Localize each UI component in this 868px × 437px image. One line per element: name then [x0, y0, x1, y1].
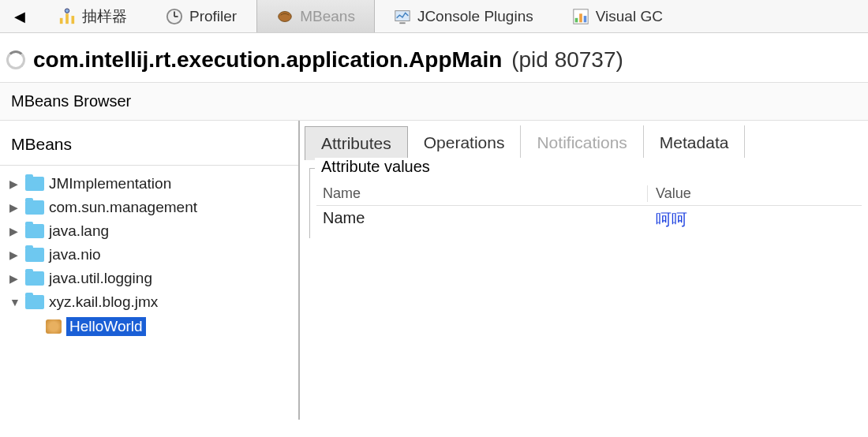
mbeans-tree: ▶ JMImplementation ▶ com.sun.management …	[0, 166, 298, 345]
svg-point-3	[65, 8, 69, 12]
tree-node-java-nio[interactable]: ▶ java.nio	[3, 243, 295, 267]
svg-rect-0	[60, 17, 63, 23]
tab-notifications[interactable]: Notifications	[521, 125, 643, 159]
folder-icon	[25, 271, 44, 286]
folder-icon	[25, 224, 44, 238]
tab-visual-gc[interactable]: Visual GC	[553, 0, 683, 32]
svg-point-7	[279, 11, 292, 21]
app-title: com.intellij.rt.execution.application.Ap…	[33, 47, 502, 72]
tree-label: java.lang	[49, 222, 109, 240]
folder-icon	[25, 295, 44, 309]
attributes-table-header: Name Value	[316, 182, 862, 206]
tree-label: JMImplementation	[49, 175, 171, 192]
back-button[interactable]: ◀	[0, 2, 39, 32]
tab-label: Profiler	[189, 8, 237, 25]
tree-node-java-util-logging[interactable]: ▶ java.util.logging	[3, 267, 295, 290]
browser-label: MBeans Browser	[0, 82, 868, 121]
detail-tabs: Attributes Operations Notifications Meta…	[305, 125, 868, 160]
tab-attributes[interactable]: Attributes	[305, 126, 408, 160]
clock-icon	[166, 8, 183, 25]
chevron-right-icon: ▶	[9, 248, 21, 261]
svg-rect-2	[72, 16, 75, 24]
mbean-icon	[46, 319, 62, 334]
svg-rect-9	[399, 22, 405, 24]
chart-icon	[572, 8, 589, 25]
svg-rect-13	[583, 16, 586, 22]
tree-node-jmimplementation[interactable]: ▶ JMImplementation	[3, 172, 295, 196]
tab-mbeans[interactable]: MBeans	[256, 0, 375, 32]
tree-node-xyz-kail-blog-jmx[interactable]: ▼ xyz.kail.blog.jmx	[3, 290, 295, 314]
chevron-down-icon: ▼	[9, 296, 21, 308]
tab-label: 抽样器	[82, 6, 127, 27]
sampler-icon	[58, 8, 76, 25]
tree-node-helloworld[interactable]: HelloWorld	[3, 314, 295, 339]
header: com.intellij.rt.execution.application.Ap…	[0, 33, 868, 82]
main-panel: MBeans ▶ JMImplementation ▶ com.sun.mana…	[0, 121, 868, 420]
tab-profiler[interactable]: Profiler	[147, 0, 256, 32]
column-header-name[interactable]: Name	[316, 185, 648, 202]
detail-panel: Attributes Operations Notifications Meta…	[300, 121, 868, 420]
tab-operations[interactable]: Operations	[408, 125, 522, 159]
bean-icon	[276, 8, 294, 25]
tree-node-com-sun-management[interactable]: ▶ com.sun.management	[3, 196, 295, 219]
chevron-right-icon: ▶	[9, 201, 21, 214]
tab-jconsole-plugins[interactable]: JConsole Plugins	[375, 0, 553, 32]
tab-label: MBeans	[300, 8, 355, 25]
fieldset-legend: Attribute values	[315, 158, 868, 176]
attributes-table: Name Value Name 呵呵	[310, 182, 868, 233]
attr-value: 呵呵	[648, 209, 862, 230]
table-row[interactable]: Name 呵呵	[316, 206, 862, 233]
folder-icon	[25, 177, 44, 191]
chevron-right-icon: ▶	[9, 272, 21, 285]
spinner-icon	[6, 50, 25, 69]
chevron-right-icon: ▶	[9, 225, 21, 237]
attr-name: Name	[316, 209, 648, 230]
attribute-values-fieldset: Attribute values Name Value Name 呵呵	[309, 168, 868, 238]
monitor-icon	[394, 8, 411, 25]
mbeans-tree-panel: MBeans ▶ JMImplementation ▶ com.sun.mana…	[0, 121, 300, 420]
app-pid: (pid 80737)	[511, 47, 623, 72]
tab-sampler[interactable]: 抽样器	[39, 0, 147, 32]
svg-rect-1	[65, 13, 69, 24]
tab-metadata[interactable]: Metadata	[644, 125, 746, 159]
folder-icon	[25, 200, 44, 215]
top-tab-bar: ◀ 抽样器 Profiler MBeans JConsole Plugins V…	[0, 0, 868, 33]
tab-label: JConsole Plugins	[417, 8, 533, 25]
chevron-right-icon: ▶	[9, 177, 21, 190]
tree-label: HelloWorld	[66, 317, 146, 336]
tree-label: xyz.kail.blog.jmx	[49, 293, 158, 311]
folder-icon	[25, 248, 44, 262]
tree-node-java-lang[interactable]: ▶ java.lang	[3, 219, 295, 243]
svg-rect-11	[574, 17, 578, 22]
mbeans-tree-header: MBeans	[0, 127, 298, 166]
column-header-value[interactable]: Value	[648, 185, 862, 202]
tree-label: java.util.logging	[49, 270, 152, 287]
tree-label: java.nio	[49, 246, 101, 263]
tab-label: Visual GC	[596, 8, 663, 25]
tree-label: com.sun.management	[49, 199, 197, 216]
svg-rect-12	[579, 13, 582, 22]
